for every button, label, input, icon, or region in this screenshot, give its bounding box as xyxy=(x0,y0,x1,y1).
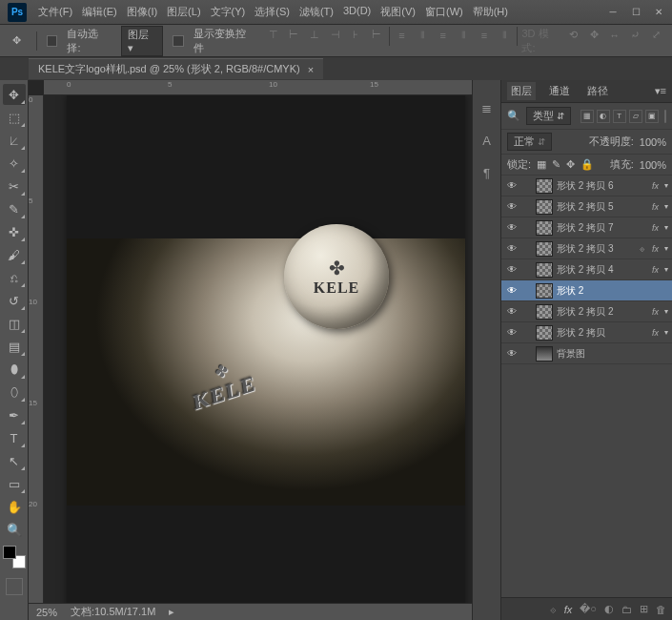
fx-expand-icon[interactable]: ▾ xyxy=(664,307,668,316)
menu-edit[interactable]: 编辑(E) xyxy=(78,3,121,21)
layer-thumbnail[interactable] xyxy=(536,283,553,299)
fx-badge[interactable]: fx xyxy=(652,223,659,233)
layer-thumbnail[interactable] xyxy=(536,241,553,257)
fx-expand-icon[interactable]: ▾ xyxy=(664,181,668,190)
visibility-eye-icon[interactable]: 👁 xyxy=(505,326,519,340)
maximize-icon[interactable]: ☐ xyxy=(630,7,641,18)
mode3d-scale-icon[interactable]: ⤢ xyxy=(647,27,664,44)
distribute-3-icon[interactable]: ≡ xyxy=(435,27,452,44)
layers-list[interactable]: 👁形状 2 拷贝 6fx▾👁形状 2 拷贝 5fx▾👁形状 2 拷贝 7fx▾👁… xyxy=(501,176,672,597)
shape-tool[interactable]: ▭ xyxy=(3,473,26,494)
layer-row[interactable]: 👁形状 2 拷贝 7fx▾ xyxy=(501,217,672,238)
menu-file[interactable]: 文件(F) xyxy=(34,3,76,21)
fx-expand-icon[interactable]: ▾ xyxy=(664,265,668,274)
tab-close-icon[interactable]: × xyxy=(308,64,314,75)
layer-thumbnail[interactable] xyxy=(536,325,553,341)
menu-filter[interactable]: 滤镜(T) xyxy=(295,3,337,21)
history-panel-icon[interactable]: ≣ xyxy=(479,99,496,116)
pen-tool[interactable]: ✒ xyxy=(3,404,26,425)
auto-select-dropdown[interactable]: 图层 ▾ xyxy=(121,26,164,56)
layer-thumbnail[interactable] xyxy=(536,304,553,320)
adjustment-layer-icon[interactable]: ◐ xyxy=(604,603,614,615)
document-info[interactable]: 文档:10.5M/17.1M xyxy=(71,605,155,619)
document-tab[interactable]: KELE文字logo样机.psd @ 25% (形状 2, RGB/8#/CMY… xyxy=(29,58,323,79)
visibility-eye-icon[interactable]: 👁 xyxy=(505,305,519,319)
quick-mask-toggle[interactable] xyxy=(6,578,23,595)
healing-brush-tool[interactable]: ✜ xyxy=(3,221,26,242)
layer-mask-icon[interactable]: �○ xyxy=(580,603,597,615)
fx-badge[interactable]: fx xyxy=(652,244,659,254)
layer-row[interactable]: 👁形状 2 拷贝 2fx▾ xyxy=(501,301,672,322)
minimize-icon[interactable]: ─ xyxy=(607,7,619,18)
lock-pixels-icon[interactable]: ▦ xyxy=(537,158,546,171)
auto-select-checkbox[interactable] xyxy=(47,35,58,47)
layer-row[interactable]: 👁形状 2 拷贝fx▾ xyxy=(501,322,672,343)
eyedropper-tool[interactable]: ✎ xyxy=(3,198,26,219)
status-chevron-icon[interactable]: ▸ xyxy=(169,606,174,618)
dodge-tool[interactable]: ⬯ xyxy=(3,382,26,403)
visibility-eye-icon[interactable]: 👁 xyxy=(505,242,519,256)
visibility-eye-icon[interactable]: 👁 xyxy=(505,263,519,277)
layer-row[interactable]: 👁形状 2 拷贝 4fx▾ xyxy=(501,259,672,280)
layer-row[interactable]: 👁形状 2 拷贝 6fx▾ xyxy=(501,176,672,196)
layer-filter-dropdown[interactable]: 类型 ⇵ xyxy=(526,107,571,125)
visibility-eye-icon[interactable]: 👁 xyxy=(505,221,519,235)
layer-row[interactable]: 👁形状 2 拷贝 3⟐fx▾ xyxy=(501,238,672,259)
layer-thumbnail[interactable] xyxy=(536,346,553,362)
filter-shape-icon[interactable]: ▱ xyxy=(629,110,642,123)
foreground-color-swatch[interactable] xyxy=(3,546,16,559)
magic-wand-tool[interactable]: ✧ xyxy=(3,153,26,174)
menu-view[interactable]: 视图(V) xyxy=(377,3,419,21)
move-tool[interactable]: ✥ xyxy=(3,84,26,105)
search-icon[interactable]: 🔍 xyxy=(507,110,520,122)
clone-stamp-tool[interactable]: ⎌ xyxy=(3,267,26,288)
filter-smart-icon[interactable]: ▣ xyxy=(645,110,659,123)
layer-thumbnail[interactable] xyxy=(536,220,553,236)
menu-3d[interactable]: 3D(D) xyxy=(339,3,375,21)
brush-tool[interactable]: 🖌 xyxy=(3,244,26,265)
filter-toggle[interactable] xyxy=(664,110,666,123)
path-select-tool[interactable]: ↖ xyxy=(3,450,26,471)
menu-select[interactable]: 选择(S) xyxy=(251,3,294,21)
mode3d-orbit-icon[interactable]: ⟲ xyxy=(565,27,582,44)
align-top-icon[interactable]: ⊤ xyxy=(265,27,282,44)
lasso-tool[interactable]: ⟀ xyxy=(3,130,26,151)
layer-thumbnail[interactable] xyxy=(536,262,553,278)
close-icon[interactable]: ✕ xyxy=(653,7,664,18)
distribute-2-icon[interactable]: ⦀ xyxy=(414,27,431,44)
align-vcenter-icon[interactable]: ⊢ xyxy=(286,27,303,44)
distribute-1-icon[interactable]: ≡ xyxy=(394,27,411,44)
hand-tool[interactable]: ✋ xyxy=(3,496,26,517)
menu-window[interactable]: 窗口(W) xyxy=(421,3,467,21)
tab-layers[interactable]: 图层 xyxy=(507,82,536,100)
zoom-level[interactable]: 25% xyxy=(36,607,57,618)
layer-row[interactable]: 👁背景图 xyxy=(501,343,672,364)
gradient-tool[interactable]: ▤ xyxy=(3,336,26,357)
distribute-5-icon[interactable]: ≡ xyxy=(476,27,493,44)
lock-position-icon[interactable]: ✥ xyxy=(566,158,575,171)
fx-badge[interactable]: fx xyxy=(652,202,659,212)
layer-thumbnail[interactable] xyxy=(536,178,553,194)
menu-help[interactable]: 帮助(H) xyxy=(469,3,512,21)
layer-row[interactable]: 👁形状 2 xyxy=(501,280,672,301)
tab-channels[interactable]: 通道 xyxy=(545,82,574,100)
mode3d-slide-icon[interactable]: ↔ xyxy=(606,27,623,44)
ruler-vertical[interactable]: 0 5 10 15 20 xyxy=(29,95,44,603)
menu-layer[interactable]: 图层(L) xyxy=(163,3,204,21)
lock-all-icon[interactable]: 🔒 xyxy=(580,158,594,171)
link-layers-icon[interactable]: ⟐ xyxy=(550,604,557,615)
type-tool[interactable]: T xyxy=(3,427,26,448)
menu-image[interactable]: 图像(I) xyxy=(123,3,161,21)
blend-mode-dropdown[interactable]: 正常 ⇵ xyxy=(507,133,552,151)
fill-value[interactable]: 100% xyxy=(640,159,666,171)
distribute-4-icon[interactable]: ⦀ xyxy=(456,27,473,44)
filter-type-icon[interactable]: T xyxy=(613,110,626,123)
filter-adjust-icon[interactable]: ◐ xyxy=(597,110,610,123)
visibility-eye-icon[interactable]: 👁 xyxy=(505,200,519,214)
fx-expand-icon[interactable]: ▾ xyxy=(664,328,668,337)
paragraph-panel-icon[interactable]: ¶ xyxy=(479,164,496,181)
align-left-icon[interactable]: ⊣ xyxy=(327,27,344,44)
layer-group-icon[interactable]: 🗀 xyxy=(621,604,632,615)
history-brush-tool[interactable]: ↺ xyxy=(3,290,26,311)
layer-fx-icon[interactable]: fx xyxy=(564,604,573,615)
